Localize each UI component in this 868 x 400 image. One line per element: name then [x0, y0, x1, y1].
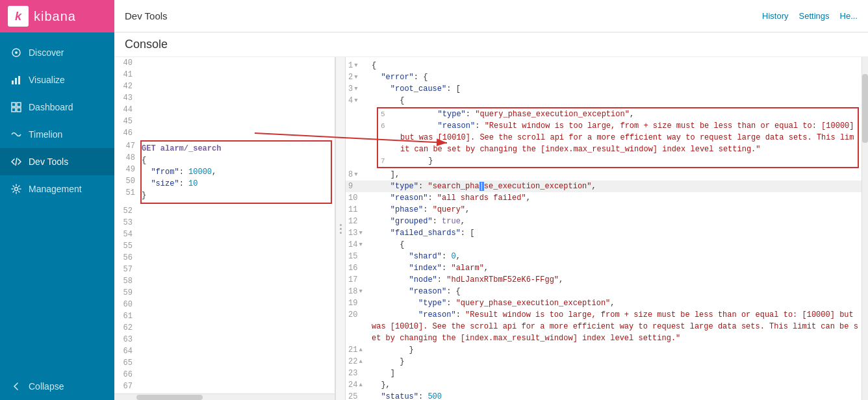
svg-rect-6 — [17, 103, 21, 106]
collapse-button[interactable]: Collapse — [0, 373, 114, 400]
editor-line: 42 — [114, 81, 335, 92]
output-line: 2 ▼ "error": { — [346, 71, 862, 83]
page-title: Dev Tools — [125, 10, 168, 21]
svg-rect-3 — [15, 78, 17, 84]
kibana-logo[interactable]: k kibana — [0, 0, 114, 32]
output-line: 16 "index": "alarm", — [346, 262, 862, 274]
timelion-icon — [10, 129, 22, 140]
output-line-error-reason: 6 "reason": "Result window is too large,… — [378, 120, 858, 155]
svg-rect-2 — [12, 81, 14, 84]
editor-line: 67 — [114, 381, 335, 392]
settings-link[interactable]: Settings — [799, 11, 830, 21]
output-line: 23 ] — [346, 368, 862, 379]
output-line: 15 "shard": 0, — [346, 251, 862, 262]
request-line-open: { — [142, 155, 328, 166]
sidebar-item-dashboard[interactable]: Dashboard — [0, 94, 114, 121]
request-line-size: "size": 10 — [142, 178, 328, 190]
editor-line: 52 — [114, 205, 335, 217]
devtools-icon — [10, 156, 22, 168]
editor-line: 43 — [114, 92, 335, 104]
output-line-error-close: 7 } — [378, 155, 858, 167]
output-line: 22 ▲ } — [346, 356, 862, 368]
svg-rect-7 — [12, 108, 16, 112]
editor-line: 60 — [114, 299, 335, 310]
editor-line: 41 — [114, 69, 335, 81]
dashboard-label: Dashboard — [29, 102, 73, 112]
editor-line: 57 — [114, 264, 335, 275]
management-icon — [10, 183, 22, 195]
output-line: 17 "node": "hdLJanxRTbmF52eK6-FFgg", — [346, 274, 862, 286]
editor-line: 62 — [114, 322, 335, 334]
sidebar-item-devtools[interactable]: Dev Tools — [0, 148, 114, 175]
visualize-icon — [10, 74, 22, 86]
left-editor-pane: 40 41 42 43 44 — [114, 57, 335, 400]
svg-point-10 — [15, 188, 18, 191]
output-line: 10 "reason": "all shards failed", — [346, 192, 862, 204]
output-line: 4 ▼ { — [346, 95, 862, 106]
devtools-label: Dev Tools — [29, 156, 68, 167]
editor-line: 63 — [114, 334, 335, 345]
right-scroll-area[interactable]: 1 ▼ { 2 ▼ "error": { 3 ▼ "root_cause": [… — [346, 57, 862, 400]
output-line: 9 "type": "search_pha|se_execution_excep… — [346, 181, 862, 192]
sidebar-item-visualize[interactable]: Visualize — [0, 66, 114, 94]
editor-line: 45 — [114, 116, 335, 127]
output-line-error-type: 5 "type": "query_phase_execution_excepti… — [378, 108, 858, 120]
output-line: 13 ▼ "failed_shards": [ — [346, 227, 862, 239]
svg-point-1 — [15, 51, 18, 54]
editor-line: 44 — [114, 104, 335, 116]
collapse-label: Collapse — [29, 381, 64, 392]
output-line: 1 ▼ { — [346, 60, 862, 71]
management-label: Management — [29, 184, 82, 194]
pane-divider[interactable] — [335, 57, 346, 400]
request-line-from: "from": 10000, — [142, 166, 328, 178]
left-scroll-area[interactable]: 40 41 42 43 44 — [114, 57, 335, 394]
editor-line: 54 — [114, 229, 335, 240]
timelion-label: Timelion — [29, 129, 62, 140]
output-line: 8 ▼ ], — [346, 169, 862, 181]
logo-text: kibana — [34, 9, 76, 24]
svg-rect-8 — [17, 108, 21, 112]
editor-line: 59 — [114, 287, 335, 299]
svg-line-9 — [16, 158, 17, 166]
editor-line: 64 — [114, 345, 335, 357]
output-line: 20 "reason": "Result window is too large… — [346, 309, 862, 344]
request-line-get: GET alarm/_search — [142, 143, 328, 155]
output-line: 12 "grouped": true, — [346, 216, 862, 227]
sidebar-item-management[interactable]: Management — [0, 175, 114, 203]
right-output-pane: 1 ▼ { 2 ▼ "error": { 3 ▼ "root_cause": [… — [346, 57, 862, 400]
output-line: 25 "status": 500 — [346, 391, 862, 400]
sidebar-item-discover[interactable]: Discover — [0, 39, 114, 66]
output-line: 19 "type": "query_phase_execution_except… — [346, 297, 862, 309]
discover-icon — [10, 47, 22, 58]
output-line: 14 ▼ { — [346, 239, 862, 251]
editor-line: 53 — [114, 217, 335, 229]
main-content: Dev Tools History Settings He... Console… — [114, 0, 868, 400]
topbar: Dev Tools History Settings He... — [114, 0, 868, 32]
right-scrollbar[interactable] — [862, 57, 868, 400]
output-line: 11 "phase": "query", — [346, 204, 862, 216]
history-link[interactable]: History — [762, 11, 788, 21]
output-line: 24 ▲ }, — [346, 379, 862, 391]
output-line: 3 ▼ "root_cause": [ — [346, 83, 862, 95]
request-line-close: } — [142, 190, 328, 201]
topbar-actions: History Settings He... — [762, 11, 858, 21]
visualize-label: Visualize — [29, 75, 65, 85]
sidebar: k kibana Discover Visualize — [0, 0, 114, 400]
output-line: 18 ▼ "reason": { — [346, 286, 862, 297]
help-link[interactable]: He... — [840, 11, 858, 21]
editor-line: 58 — [114, 275, 335, 287]
logo-icon: k — [8, 6, 29, 27]
editor-line: 56 — [114, 252, 335, 264]
editor-line: 61 — [114, 310, 335, 322]
svg-rect-5 — [12, 103, 16, 106]
discover-label: Discover — [29, 47, 64, 58]
sidebar-nav: Discover Visualize Dashboar — [0, 32, 114, 373]
output-line: 21 ▲ } — [346, 344, 862, 356]
editor-line: 40 — [114, 57, 335, 69]
console-header: Console — [114, 32, 868, 57]
editor-line: 66 — [114, 369, 335, 381]
sidebar-item-timelion[interactable]: Timelion — [0, 121, 114, 148]
collapse-icon — [10, 381, 22, 392]
editor-line: 65 — [114, 357, 335, 369]
editor-area: 40 41 42 43 44 — [114, 57, 868, 400]
